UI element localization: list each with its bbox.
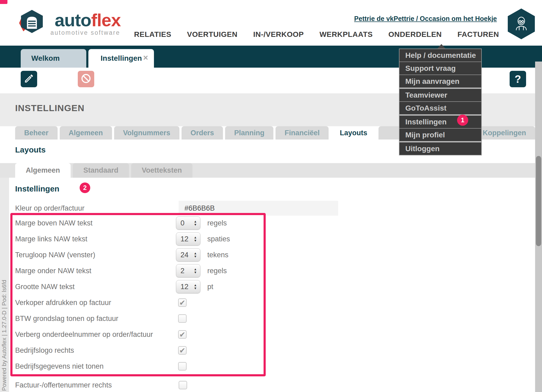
form-row: Verberg onderdeelnummer op order/factuur… xyxy=(12,326,264,342)
number-stepper[interactable]: 24 ▲▼ xyxy=(176,248,200,262)
pencil-icon xyxy=(24,73,34,85)
tab-volgnummers[interactable]: Volgnummers xyxy=(114,126,179,140)
menu-item-mijn-aanvragen[interactable]: Mijn aanvragen xyxy=(399,75,481,89)
checkbox[interactable]: ✔ xyxy=(178,330,187,339)
checkbox[interactable] xyxy=(178,362,187,371)
form-row: Bedrijfsgegevens niet tonen xyxy=(12,358,264,374)
tab-instellingen[interactable]: Instellingen × xyxy=(88,49,154,68)
brand-name: autoflex xyxy=(55,12,121,29)
menu-caret-icon xyxy=(437,44,445,49)
form-row: BTW grondslag tonen op factuur xyxy=(12,311,264,326)
vertical-scrollbar-thumb[interactable] xyxy=(536,156,541,246)
close-icon[interactable]: × xyxy=(143,53,148,63)
menu-item-uitloggen[interactable]: Uitloggen xyxy=(399,142,481,155)
stepper-arrows-icon[interactable]: ▲▼ xyxy=(194,236,200,242)
highlight-box: Marge boven NAW tekst 0 ▲▼ regels Marge … xyxy=(10,213,266,376)
tab-koppelingen[interactable]: Koppelingen xyxy=(474,126,535,140)
corner-marker xyxy=(0,0,7,4)
nav-werkplaats[interactable]: WERKPLAATS xyxy=(320,30,373,39)
user-account-link[interactable]: Pettrie de vkPettrie / Occasion om het H… xyxy=(354,15,497,23)
number-stepper[interactable]: 12 ▲▼ xyxy=(176,232,200,246)
block-icon xyxy=(80,73,92,85)
menu-item-gotoassist[interactable]: GoToAssist xyxy=(399,102,481,116)
main-nav: RELATIES VOERTUIGEN IN-/VERKOOP WERKPLAA… xyxy=(134,30,499,39)
profile-dropdown-menu: Help / documentatie Support vraag Mijn a… xyxy=(399,49,482,155)
settings-heading: Instellingen xyxy=(15,184,59,193)
powered-by-text: Powered by Autoflex | 1.27.0-D | Pod: ls… xyxy=(1,280,8,391)
tab-planning[interactable]: Planning xyxy=(225,126,273,140)
checkbox[interactable]: ✔ xyxy=(178,346,187,355)
subtab-algemeen[interactable]: Algemeen xyxy=(15,163,71,178)
stepper-arrows-icon[interactable]: ▲▼ xyxy=(194,252,200,258)
subtab-voetteksten[interactable]: Voetteksten xyxy=(131,163,192,178)
stepper-arrows-icon[interactable]: ▲▼ xyxy=(194,220,200,226)
menu-item-instellingen[interactable]: Instellingen xyxy=(399,116,481,129)
tab-beheer[interactable]: Beheer xyxy=(15,126,58,140)
step-badge-1: 1 xyxy=(457,115,468,126)
checkbox[interactable]: ✔ xyxy=(178,298,187,307)
menu-item-help[interactable]: Help / documentatie xyxy=(399,49,481,62)
subtab-standaard[interactable]: Standaard xyxy=(73,163,129,178)
nav-relaties[interactable]: RELATIES xyxy=(134,30,171,39)
help-button[interactable]: ? xyxy=(510,71,526,87)
logo-hexagon-icon xyxy=(17,8,48,40)
edit-button[interactable] xyxy=(21,71,37,87)
question-mark-icon: ? xyxy=(515,73,521,85)
tab-algemeen[interactable]: Algemeen xyxy=(60,126,112,140)
layouts-heading: Layouts xyxy=(15,145,46,154)
app-header: autoflex automotive software Pettrie de … xyxy=(0,0,542,46)
nav-onderdelen[interactable]: ONDERDELEN xyxy=(388,30,442,39)
page-title: INSTELLINGEN xyxy=(15,103,84,113)
tab-financieel[interactable]: Financiëel xyxy=(276,126,329,140)
brand-tagline: automotive software xyxy=(50,29,121,36)
form-row: Bedrijfslogo rechts ✔ xyxy=(12,342,264,358)
tab-welkom[interactable]: Welkom xyxy=(21,49,86,68)
stepper-arrows-icon[interactable]: ▲▼ xyxy=(194,268,200,274)
menu-item-mijn-profiel[interactable]: Mijn profiel xyxy=(399,129,481,142)
tab-orders[interactable]: Orders xyxy=(182,126,223,140)
nav-facturen[interactable]: FACTUREN xyxy=(458,30,499,39)
form-row: Terugloop NAW (venster) 24 ▲▼ tekens xyxy=(12,247,264,263)
checkbox[interactable] xyxy=(179,381,187,389)
number-stepper[interactable]: 12 ▲▼ xyxy=(176,280,200,293)
number-stepper[interactable]: 0 ▲▼ xyxy=(176,216,200,230)
menu-item-teamviewer[interactable]: Teamviewer xyxy=(399,89,481,102)
cancel-button[interactable] xyxy=(78,71,94,87)
form-row: Factuur-/offertenummer rechts xyxy=(0,377,387,392)
form-row: Marge links NAW tekst 12 ▲▼ spaties xyxy=(12,231,264,247)
step-badge-2: 2 xyxy=(80,182,90,193)
form-row: Marge boven NAW tekst 0 ▲▼ regels xyxy=(12,215,264,231)
stepper-arrows-icon[interactable]: ▲▼ xyxy=(194,284,200,290)
nav-in-verkoop[interactable]: IN-/VERKOOP xyxy=(253,30,304,39)
person-icon xyxy=(513,15,530,33)
profile-avatar[interactable] xyxy=(508,8,535,39)
number-stepper[interactable]: 2 ▲▼ xyxy=(176,264,200,277)
left-gutter: Powered by Autoflex | 1.27.0-D | Pod: ls… xyxy=(0,178,9,392)
tab-layouts[interactable]: Layouts xyxy=(331,126,376,140)
form-row: Marge onder NAW tekst 2 ▲▼ regels xyxy=(12,263,264,279)
checkbox[interactable] xyxy=(178,314,187,323)
form-row: Grootte NAW tekst 12 ▲▼ pt xyxy=(12,279,264,295)
menu-item-support-vraag[interactable]: Support vraag xyxy=(399,62,481,75)
field-label: Kleur op order/factuur xyxy=(15,204,179,212)
form-row: Verkoper afdrukken op factuur ✔ xyxy=(12,295,264,311)
autoflex-logo[interactable]: autoflex automotive software xyxy=(17,8,121,40)
nav-voertuigen[interactable]: VOERTUIGEN xyxy=(187,30,238,39)
layouts-subtab-strip: Algemeen Standaard Voetteksten xyxy=(0,163,542,178)
